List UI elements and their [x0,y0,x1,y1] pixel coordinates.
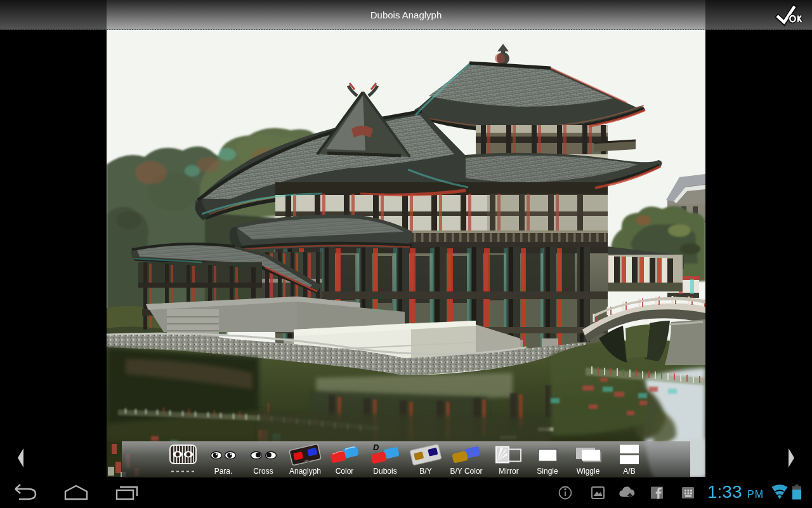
svg-text:D: D [373,443,379,452]
